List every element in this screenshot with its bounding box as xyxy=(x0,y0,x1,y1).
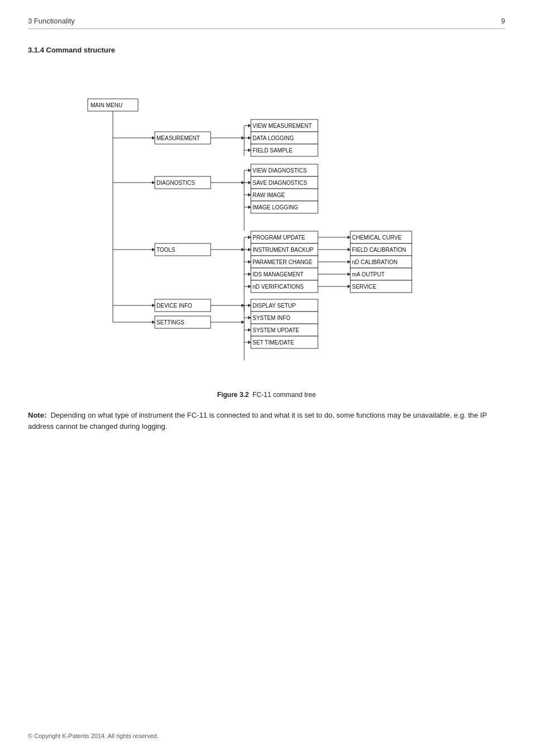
ma-output-label: mA OUTPUT xyxy=(352,271,384,277)
display-setup-label: DISPLAY SETUP xyxy=(253,303,296,309)
device-info-label: DEVICE INFO xyxy=(156,303,192,309)
system-update-label: SYSTEM UPDATE xyxy=(253,327,299,333)
diagnostics-box: DIAGNOSTICS xyxy=(155,176,211,189)
view-measurement-label: VIEW MEASUREMENT xyxy=(253,123,312,129)
nd-verifications-box: nD VERIFICATIONS xyxy=(251,280,318,293)
diagnostics-label: DIAGNOSTICS xyxy=(156,180,195,186)
program-update-box: PROGRAM UPDATE xyxy=(251,231,318,243)
settings-box: SETTINGS xyxy=(155,316,211,328)
service-label: SERVICE xyxy=(352,284,377,290)
raw-image-label: RAW IMAGE xyxy=(253,192,285,198)
field-calibration-label: FIELD CALIBRATION xyxy=(352,247,406,253)
note-paragraph: Note: Depending on what type of instrume… xyxy=(28,410,505,432)
tree-diagram: MAIN MENU MEASUREMENT VIEW MEASUREMENT D… xyxy=(71,65,462,378)
raw-image-box: RAW IMAGE xyxy=(251,189,318,201)
tools-box: TOOLS xyxy=(155,243,211,256)
nd-verifications-label: nD VERIFICATIONS xyxy=(253,284,304,290)
system-info-label: SYSTEM INFO xyxy=(253,315,291,321)
header-title: 3 Functionality xyxy=(28,17,75,25)
ma-output-box: mA OUTPUT xyxy=(350,268,412,280)
chemical-curve-label: CHEMICAL CURVE xyxy=(352,235,402,241)
set-time-date-box: SET TIME/DATE xyxy=(251,336,318,348)
save-diagnostics-label: SAVE DIAGNOSTICS xyxy=(253,180,307,186)
tools-label: TOOLS xyxy=(156,247,175,253)
view-diagnostics-box: VIEW DIAGNOSTICS xyxy=(251,164,318,176)
page-footer: © Copyright K-Patents 2014. All rights r… xyxy=(28,733,159,739)
measurement-label: MEASUREMENT xyxy=(156,135,200,141)
main-menu-box: MAIN MENU xyxy=(88,99,138,111)
set-time-date-label: SET TIME/DATE xyxy=(253,339,294,346)
ids-management-box: IDS MANAGEMENT xyxy=(251,268,318,280)
ids-management-label: IDS MANAGEMENT xyxy=(253,271,303,277)
display-setup-box: DISPLAY SETUP xyxy=(251,299,318,312)
main-menu-label: MAIN MENU xyxy=(91,102,122,108)
chemical-curve-box: CHEMICAL CURVE xyxy=(350,231,412,243)
nd-calibration-box: nD CALIBRATION xyxy=(350,256,412,268)
parameter-change-box: PARAMETER CHANGE xyxy=(251,256,318,268)
figure-label: Figure 3.2 xyxy=(217,391,249,399)
nd-calibration-label: nD CALIBRATION xyxy=(352,259,398,265)
instrument-backup-box: INSTRUMENT BACKUP xyxy=(251,243,318,256)
diagram-container: MAIN MENU MEASUREMENT VIEW MEASUREMENT D… xyxy=(71,65,462,380)
note-content: Depending on what type of instrument the… xyxy=(28,411,487,430)
measurement-box: MEASUREMENT xyxy=(155,132,211,144)
page-number: 9 xyxy=(501,17,505,25)
note-label: Note: xyxy=(28,411,46,419)
program-update-label: PROGRAM UPDATE xyxy=(253,235,306,241)
instrument-backup-label: INSTRUMENT BACKUP xyxy=(253,247,314,253)
figure-caption: Figure 3.2 FC-11 command tree xyxy=(28,391,505,399)
service-box: SERVICE xyxy=(350,280,412,293)
page-header: 3 Functionality 9 xyxy=(28,17,505,29)
data-logging-label: DATA LOGGING xyxy=(253,135,294,141)
image-logging-box: IMAGE LOGGING xyxy=(251,201,318,213)
system-update-box: SYSTEM UPDATE xyxy=(251,324,318,336)
parameter-change-label: PARAMETER CHANGE xyxy=(253,259,312,265)
field-calibration-box: FIELD CALIBRATION xyxy=(350,243,412,256)
data-logging-box: DATA LOGGING xyxy=(251,132,318,144)
figure-description: FC-11 command tree xyxy=(253,391,316,399)
view-measurement-box: VIEW MEASUREMENT xyxy=(251,119,318,132)
section-heading: 3.1.4 Command structure xyxy=(28,46,505,54)
save-diagnostics-box: SAVE DIAGNOSTICS xyxy=(251,176,318,189)
view-diagnostics-label: VIEW DIAGNOSTICS xyxy=(253,168,307,174)
field-sample-label: FIELD SAMPLE xyxy=(253,147,293,154)
system-info-box: SYSTEM INFO xyxy=(251,312,318,324)
image-logging-label: IMAGE LOGGING xyxy=(253,204,298,210)
device-info-box: DEVICE INFO xyxy=(155,299,211,312)
settings-label: SETTINGS xyxy=(156,319,184,326)
field-sample-box: FIELD SAMPLE xyxy=(251,144,318,156)
